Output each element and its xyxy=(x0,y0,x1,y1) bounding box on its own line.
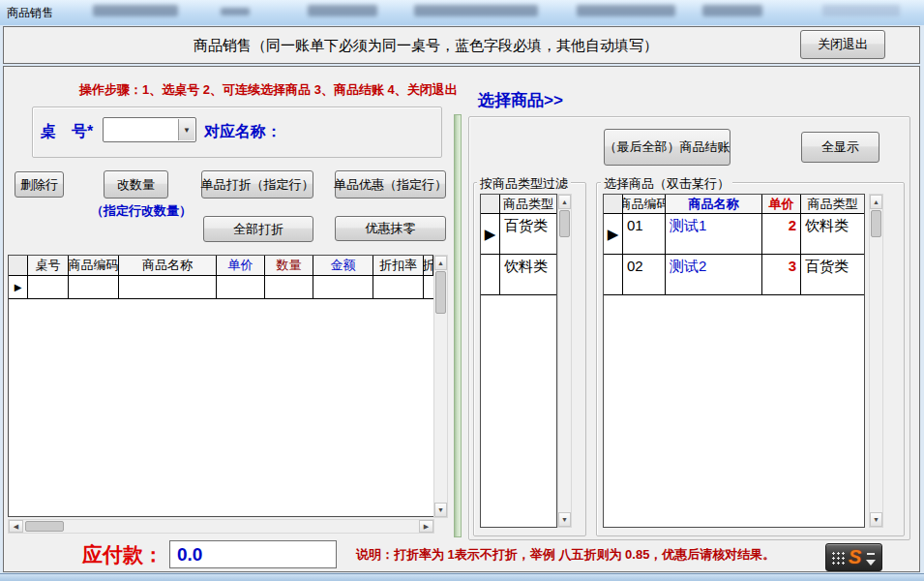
payable-label: 应付款： xyxy=(82,541,164,568)
products-col-type[interactable]: 商品类型 xyxy=(801,195,864,213)
titlebar-background-blur xyxy=(221,8,250,15)
products-col-code[interactable]: 商品编码 xyxy=(623,195,666,213)
products-col-name[interactable]: 商品名称 xyxy=(666,195,762,213)
order-grid-vscrollbar[interactable]: ▲ ▼ xyxy=(433,255,448,518)
titlebar-background-blur xyxy=(93,5,178,16)
order-grid[interactable]: 桌号 商品编码 商品名称 单价 数量 金额 折扣率 折 ▶ xyxy=(8,255,434,517)
order-col-unit-price[interactable]: 单价 xyxy=(217,256,265,275)
order-col-quantity[interactable]: 数量 xyxy=(265,256,313,275)
operation-steps-text: 操作步骤：1、选桌号 2、可连续选择商品 3、商品结账 4、关闭退出 xyxy=(79,81,458,99)
ime-minimize-icon xyxy=(867,553,875,555)
order-col-amount[interactable]: 金额 xyxy=(313,256,373,275)
product-code[interactable]: 01 xyxy=(623,214,666,254)
round-off-button[interactable]: 优惠抹零 xyxy=(335,216,446,241)
discount-all-button[interactable]: 全部打折 xyxy=(203,216,313,242)
order-grid-header: 桌号 商品编码 商品名称 单价 数量 金额 折扣率 折 xyxy=(9,256,433,276)
scroll-down-icon[interactable]: ▼ xyxy=(558,512,571,527)
filter-grid-vscrollbar[interactable]: ▲ ▼ xyxy=(557,194,572,528)
matching-name-label: 对应名称： xyxy=(204,122,282,142)
scrollbar-thumb[interactable] xyxy=(559,210,570,237)
product-type[interactable]: 百货类 xyxy=(801,255,864,294)
filter-row-beverage[interactable]: 饮料类 xyxy=(481,255,556,295)
titlebar-background-blur xyxy=(414,5,538,16)
filter-type-group-title: 按商品类型过滤 xyxy=(477,175,571,193)
product-type[interactable]: 饮料类 xyxy=(801,214,864,254)
product-code[interactable]: 02 xyxy=(623,255,666,294)
change-quantity-button[interactable]: 改数量 xyxy=(104,170,168,199)
scroll-down-icon[interactable]: ▼ xyxy=(870,512,882,527)
order-col-product-name[interactable]: 商品名称 xyxy=(119,256,217,275)
change-quantity-hint: （指定行改数量） xyxy=(91,202,192,220)
keyboard-dots-icon xyxy=(831,551,847,566)
select-product-title: 选择商品>> xyxy=(478,89,563,111)
order-col-table-no[interactable]: 桌号 xyxy=(28,256,69,275)
products-grid-header: 商品编码 商品名称 单价 商品类型 xyxy=(604,195,864,214)
close-exit-button[interactable]: 关闭退出 xyxy=(800,30,885,59)
order-grid-selector-header xyxy=(9,256,28,275)
order-col-discount-rate[interactable]: 折扣率 xyxy=(373,256,424,275)
scrollbar-thumb[interactable] xyxy=(25,521,64,532)
item-discount-button[interactable]: 单品打折（指定行） xyxy=(201,170,313,199)
row-selector-icon: ▶ xyxy=(481,214,500,254)
order-col-clipped[interactable]: 折 xyxy=(424,256,433,275)
table-number-select[interactable]: ▼ xyxy=(103,117,196,142)
table-number-label: 桌 号* xyxy=(41,122,93,142)
titlebar-background-blur xyxy=(577,5,675,16)
filter-type-grid[interactable]: 商品类型 ▶ 百货类 饮料类 xyxy=(480,194,557,528)
products-group-title: 选择商品（双击某行） xyxy=(601,175,732,193)
show-all-button[interactable]: 全显示 xyxy=(801,132,879,163)
payable-amount-input[interactable] xyxy=(169,540,337,568)
filter-row-label[interactable]: 百货类 xyxy=(500,214,556,254)
scroll-right-icon[interactable]: ▶ xyxy=(419,520,433,533)
scrollbar-thumb[interactable] xyxy=(871,210,881,237)
ime-dropdown-icon xyxy=(866,560,876,566)
product-name[interactable]: 测试2 xyxy=(666,255,762,294)
filter-row-department[interactable]: ▶ 百货类 xyxy=(481,214,556,255)
products-col-price[interactable]: 单价 xyxy=(762,195,801,213)
titlebar-background-blur xyxy=(822,5,900,16)
chevron-down-icon[interactable]: ▼ xyxy=(178,119,194,140)
products-grid[interactable]: 商品编码 商品名称 单价 商品类型 ▶ 01 测试1 2 饮料类 02 测试2 … xyxy=(603,194,865,528)
filter-row-label[interactable]: 饮料类 xyxy=(500,255,556,294)
product-price[interactable]: 2 xyxy=(762,214,801,254)
product-price[interactable]: 3 xyxy=(762,255,801,294)
order-grid-empty-row[interactable]: ▶ xyxy=(9,276,433,299)
discount-note: 说明：打折率为 1表示不打折，举例 八五折则为 0.85，优惠后请核对结果。 xyxy=(356,546,775,564)
product-row[interactable]: 02 测试2 3 百货类 xyxy=(604,255,864,295)
scroll-down-icon[interactable]: ▼ xyxy=(434,503,447,517)
window-titlebar[interactable]: 商品销售 xyxy=(0,0,924,25)
scroll-up-icon[interactable]: ▲ xyxy=(558,195,571,209)
ime-icon[interactable]: S xyxy=(825,543,882,571)
scroll-left-icon[interactable]: ◀ xyxy=(9,520,23,533)
item-coupon-button[interactable]: 单品优惠（指定行） xyxy=(335,170,446,199)
titlebar-background-blur xyxy=(702,5,762,16)
checkout-button[interactable]: （最后全部）商品结账 xyxy=(604,129,730,166)
scrollbar-thumb[interactable] xyxy=(435,271,446,314)
sales-window: 商品销售 商品销售（同一账单下必须为同一桌号，蓝色字段必填，其他自动填写） 关闭… xyxy=(0,0,924,581)
order-grid-hscrollbar[interactable]: ◀ ▶ xyxy=(8,519,434,534)
row-selector-icon: ▶ xyxy=(604,214,623,254)
product-name[interactable]: 测试1 xyxy=(666,214,762,254)
products-grid-vscrollbar[interactable]: ▲ ▼ xyxy=(869,194,883,528)
row-selector-icon: ▶ xyxy=(9,276,28,298)
window-bottom-border xyxy=(0,573,924,581)
product-row[interactable]: ▶ 01 测试1 2 饮料类 xyxy=(604,214,864,255)
ime-logo-letter: S xyxy=(849,546,861,568)
order-col-product-code[interactable]: 商品编码 xyxy=(69,256,119,275)
titlebar-background-blur xyxy=(308,5,377,16)
panel-separator xyxy=(454,114,462,537)
filter-col-product-type[interactable]: 商品类型 xyxy=(500,195,556,213)
filter-grid-header: 商品类型 xyxy=(481,195,556,214)
window-title: 商品销售 xyxy=(7,5,53,21)
delete-row-button[interactable]: 删除行 xyxy=(15,171,64,198)
form-title: 商品销售（同一账单下必须为同一桌号，蓝色字段必填，其他自动填写） xyxy=(58,37,793,55)
scroll-up-icon[interactable]: ▲ xyxy=(870,195,882,209)
scroll-up-icon[interactable]: ▲ xyxy=(434,256,447,270)
